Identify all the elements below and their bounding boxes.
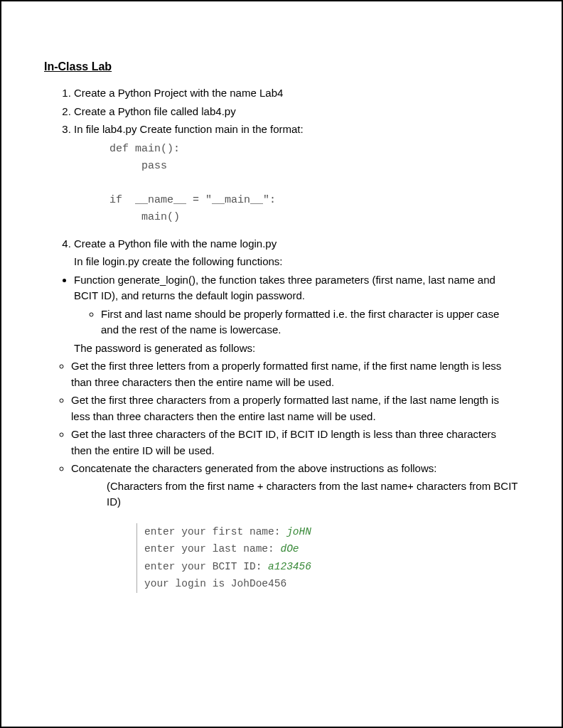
sub-list: First and last name should be properly f…	[101, 306, 519, 338]
code-block: def main(): pass if __name__ = "__main__…	[109, 141, 519, 226]
list-item-text: In file lab4.py Create function main in …	[74, 123, 304, 135]
list-item-text: Create a Python file with the name login…	[74, 237, 277, 250]
terminal-line: your login is JohDoe456	[144, 575, 519, 593]
bullet-list: Function generate_login(), the function …	[74, 272, 519, 338]
instruction-list: Create a Python Project with the name La…	[74, 85, 519, 270]
list-item: Get the last three characters of the BCI…	[71, 427, 519, 459]
concat-text: Concatenate the characters generated fro…	[71, 462, 436, 474]
list-item: Create a Python Project with the name La…	[74, 85, 519, 102]
terminal-line: enter your last name: dOe	[144, 540, 519, 558]
terminal-prompt: enter your last name:	[144, 543, 280, 555]
list-item: Get the first three letters from a prope…	[71, 358, 519, 390]
terminal-input: a123456	[268, 561, 311, 572]
password-heading: The password is generated as follows:	[74, 341, 519, 357]
terminal-line: enter your BCIT ID: a123456	[144, 558, 519, 576]
terminal-input: dOe	[280, 543, 299, 555]
terminal-prompt: enter your first name:	[144, 526, 286, 537]
terminal-input: joHN	[286, 526, 311, 537]
terminal-line: enter your first name: joHN	[144, 523, 519, 541]
list-item: In file lab4.py Create function main in …	[74, 122, 519, 226]
list-item: First and last name should be properly f…	[101, 306, 519, 338]
list-item: Create a Python file called lab4.py	[74, 104, 519, 120]
terminal-output: enter your first name: joHN enter your l…	[136, 523, 519, 594]
terminal-prompt: enter your BCIT ID:	[144, 561, 268, 572]
list-item: Concatenate the characters generated fro…	[71, 461, 519, 510]
list-item: Create a Python file with the name login…	[74, 236, 519, 270]
list-item-subtext: In file login.py create the following fu…	[74, 254, 519, 270]
list-item: Function generate_login(), the function …	[74, 272, 519, 338]
page-title: In-Class Lab	[44, 58, 519, 75]
password-list: Get the first three letters from a prope…	[71, 358, 519, 510]
bullet-text: Function generate_login(), the function …	[74, 274, 495, 302]
list-item: Get the first three characters from a pr…	[71, 392, 519, 424]
concat-note: (Characters from the first name + charac…	[107, 478, 519, 510]
